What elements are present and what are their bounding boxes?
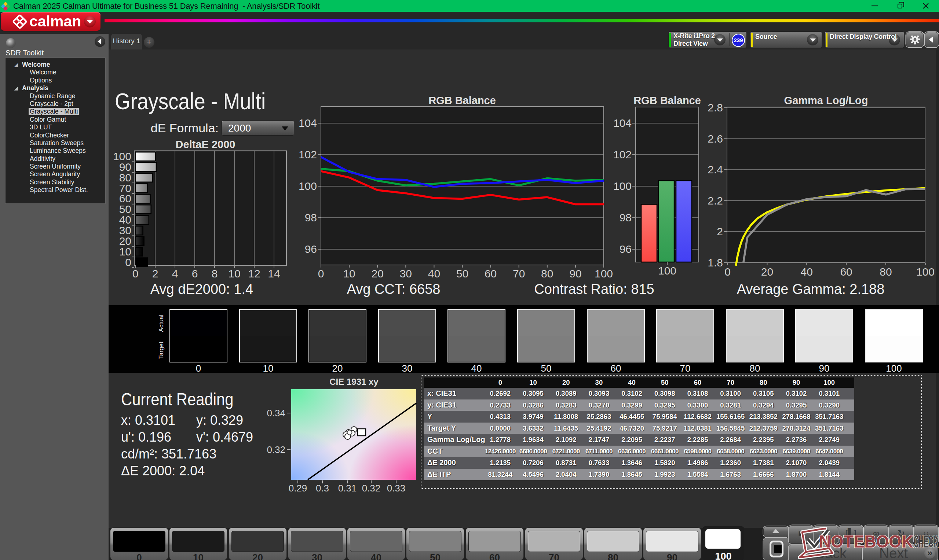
svg-text:100: 100 <box>613 180 632 192</box>
svg-text:2.8: 2.8 <box>708 102 723 114</box>
svg-text:12: 12 <box>248 268 260 280</box>
svg-text:90: 90 <box>569 268 581 280</box>
svg-text:100: 100 <box>658 265 676 277</box>
svg-text:30: 30 <box>400 268 412 280</box>
svg-text:102: 102 <box>613 148 632 160</box>
svg-text:96: 96 <box>620 243 632 255</box>
svg-text:0.29: 0.29 <box>289 483 307 494</box>
svg-text:0.34: 0.34 <box>267 408 285 418</box>
svg-text:0.31: 0.31 <box>338 483 357 494</box>
svg-text:40: 40 <box>801 266 813 278</box>
svg-text:70: 70 <box>513 268 525 280</box>
svg-text:10: 10 <box>228 268 240 280</box>
svg-text:14: 14 <box>268 268 280 280</box>
svg-text:8: 8 <box>212 268 218 280</box>
svg-text:98: 98 <box>305 211 317 223</box>
svg-text:2: 2 <box>717 225 723 237</box>
svg-text:50: 50 <box>456 268 469 280</box>
svg-text:10: 10 <box>343 268 355 280</box>
svg-text:100: 100 <box>916 266 934 278</box>
svg-text:0: 0 <box>318 268 324 280</box>
svg-text:2: 2 <box>152 268 159 280</box>
svg-text:2.4: 2.4 <box>708 163 723 175</box>
svg-text:NOTEBOOK: NOTEBOOK <box>819 532 913 551</box>
svg-text:20: 20 <box>372 268 384 280</box>
svg-text:0: 0 <box>725 266 731 278</box>
svg-text:4: 4 <box>172 268 178 280</box>
svg-text:2.2: 2.2 <box>708 195 723 207</box>
svg-text:6: 6 <box>192 268 198 280</box>
svg-text:0: 0 <box>125 256 131 268</box>
svg-text:60: 60 <box>484 268 496 280</box>
svg-text:CHECK: CHECK <box>914 532 938 551</box>
svg-text:102: 102 <box>299 148 317 160</box>
svg-text:0.3: 0.3 <box>316 483 329 494</box>
svg-text:0: 0 <box>133 268 139 280</box>
svg-text:2.6: 2.6 <box>708 133 723 145</box>
svg-text:80: 80 <box>880 266 892 278</box>
svg-text:1.8: 1.8 <box>708 257 723 269</box>
svg-text:100: 100 <box>299 180 317 192</box>
svg-text:0.33: 0.33 <box>387 483 406 494</box>
svg-text:60: 60 <box>840 266 852 278</box>
svg-text:104: 104 <box>299 117 317 129</box>
svg-text:20: 20 <box>761 266 773 278</box>
svg-text:96: 96 <box>305 243 317 255</box>
svg-text:0.32: 0.32 <box>362 483 381 494</box>
svg-text:80: 80 <box>541 268 553 280</box>
svg-text:40: 40 <box>428 268 440 280</box>
svg-text:98: 98 <box>620 211 632 223</box>
svg-text:104: 104 <box>613 117 632 129</box>
svg-text:0.32: 0.32 <box>267 444 285 455</box>
